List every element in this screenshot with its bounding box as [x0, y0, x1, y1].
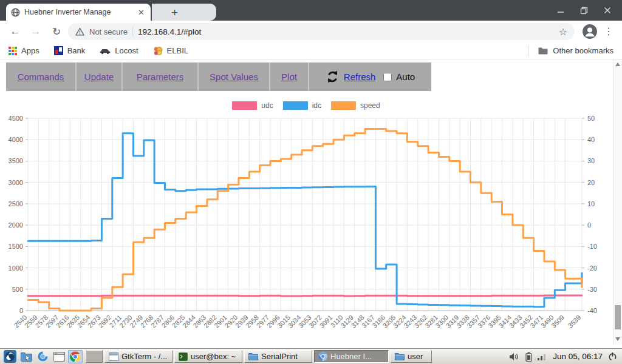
bookmark-locost[interactable]: Locost	[100, 46, 138, 55]
terminal-icon	[179, 352, 188, 361]
taskbar-window-user-bex[interactable]: user@bex: ~	[174, 350, 242, 363]
minimize-button[interactable]	[557, 7, 564, 14]
taskbar-window-label: GtkTerm - /...	[121, 352, 167, 361]
start-menu-icon[interactable]	[2, 350, 17, 363]
auto-checkbox[interactable]	[383, 73, 392, 81]
left-axis-tick-label: 2000	[9, 221, 23, 229]
legend-item-speed[interactable]: speed	[331, 101, 380, 110]
battery-icon[interactable]	[525, 352, 532, 362]
taskbar-window-label: SerialPrint	[261, 352, 298, 361]
taskbar-clock[interactable]: Jun 05, 06:17	[553, 352, 603, 361]
reload-button[interactable]: ↻	[49, 24, 64, 39]
terminal-icon	[179, 352, 188, 361]
new-tab-zone: +	[152, 4, 216, 21]
bookmark-label: ELBIL	[167, 46, 188, 55]
bookmark-bank[interactable]: Bank	[54, 46, 86, 55]
bookmark-star-icon[interactable]: ☆	[559, 26, 567, 38]
forward-button[interactable]: →	[28, 24, 44, 39]
page-scrollbar[interactable]	[613, 59, 622, 345]
left-axis-tick-label: 3500	[9, 157, 23, 164]
volume-icon[interactable]	[509, 352, 520, 361]
browser-swirl-launcher-icon[interactable]	[35, 350, 50, 363]
security-label[interactable]: Not secure	[89, 27, 128, 36]
nav-link[interactable]: Plot	[281, 72, 297, 82]
legend-swatch	[331, 101, 356, 110]
left-axis-tick-label: 0	[19, 307, 23, 314]
nav-item-plot[interactable]: Plot	[270, 62, 309, 91]
bookmarks-bar: AppsBankLocostELBIL Other bookmarks	[0, 42, 622, 59]
nav-item-spot-values[interactable]: Spot Values	[199, 62, 270, 91]
tab-close-icon[interactable]: ✕	[137, 8, 146, 17]
x-axis-tick-label: 3509	[550, 314, 566, 329]
left-axis-tick-label: 1000	[9, 265, 23, 272]
profile-avatar[interactable]	[582, 24, 598, 42]
bookmark-apps[interactable]: Apps	[9, 46, 39, 55]
legend-item-udc[interactable]: udc	[232, 101, 273, 110]
chart-legend: udcidcspeed	[0, 101, 612, 110]
other-bookmarks-label: Other bookmarks	[553, 46, 613, 55]
bookmark-elbil[interactable]: ELBIL	[153, 46, 188, 55]
tab-title: Huebner Inverter Manage	[24, 8, 132, 16]
legend-swatch	[232, 101, 257, 110]
back-button[interactable]: ←	[7, 24, 23, 39]
chromium-icon	[318, 352, 327, 361]
window-controls	[557, 0, 622, 21]
other-bookmarks[interactable]: Other bookmarks	[528, 45, 613, 57]
nav-link[interactable]: Commands	[18, 72, 64, 82]
bank-icon	[54, 46, 63, 55]
terminal-window-launcher-icon[interactable]	[52, 350, 66, 363]
address-bar[interactable]: Not secure 192.168.4.1/#plot ☆	[68, 23, 575, 40]
nav-link[interactable]: Update	[84, 72, 114, 82]
bookmark-label: Locost	[115, 46, 138, 55]
window-icon	[109, 352, 118, 361]
folder-icon	[395, 352, 405, 360]
right-axis-tick-label: 10	[587, 200, 595, 207]
browser-tab[interactable]: Huebner Inverter Manage ✕	[6, 4, 151, 21]
series-udc	[28, 295, 582, 296]
close-window-button[interactable]	[604, 7, 611, 14]
restore-button[interactable]	[580, 7, 588, 15]
right-axis-tick-label: -20	[587, 265, 597, 272]
taskbar-window-serialprint[interactable]: SerialPrint	[244, 350, 312, 363]
url-text[interactable]: 192.168.4.1/#plot	[138, 27, 554, 36]
nav-link[interactable]: Spot Values	[210, 72, 258, 82]
left-axis-tick-label: 2500	[9, 200, 23, 207]
legend-label: speed	[360, 101, 380, 110]
right-axis-tick-label: 50	[587, 115, 595, 122]
scrollbar-thumb[interactable]	[615, 305, 621, 329]
x-axis-tick-label: 3539	[567, 314, 583, 329]
right-axis-tick-label: 30	[587, 157, 595, 164]
legend-item-idc[interactable]: idc	[283, 101, 321, 110]
browser-toolbar: ← → ↻ Not secure 192.168.4.1/#plot ☆ ⋮	[0, 21, 622, 42]
nav-link[interactable]: Parameters	[137, 72, 184, 82]
scrollbar-down-icon[interactable]	[615, 337, 620, 341]
plot-chart: 050010001500200025003000350040004500-40-…	[0, 114, 612, 348]
refresh-icon[interactable]	[326, 70, 340, 84]
screen: Huebner Inverter Manage ✕ + ← → ↻ Not se…	[0, 0, 622, 364]
auto-label: Auto	[396, 72, 415, 82]
refresh-link[interactable]: Refresh	[344, 72, 376, 82]
taskbar-window-huebner-i[interactable]: Huebner I...	[314, 350, 389, 363]
taskbar-window-gtkterm[interactable]: GtkTerm - /...	[104, 350, 173, 363]
nav-item-update[interactable]: Update	[77, 62, 123, 91]
scrollbar-up-icon[interactable]	[615, 62, 620, 66]
network-signal-icon[interactable]	[538, 353, 547, 360]
folder-icon	[538, 47, 548, 55]
system-tray: Jun 05, 06:17	[509, 352, 620, 362]
nav-item-parameters[interactable]: Parameters	[123, 62, 199, 91]
window-icon	[109, 352, 118, 361]
new-tab-button[interactable]: +	[171, 7, 178, 18]
globe-favicon-icon	[11, 8, 20, 17]
nav-item-commands[interactable]: Commands	[6, 62, 77, 91]
taskbar-blank-button[interactable]	[86, 350, 103, 363]
power-icon[interactable]	[608, 352, 617, 361]
chromium-launcher-icon[interactable]	[68, 350, 83, 363]
left-axis-tick-label: 500	[12, 286, 23, 293]
file-manager-launcher-icon[interactable]	[19, 350, 33, 363]
taskbar-window-user[interactable]: user	[391, 350, 432, 363]
warning-icon	[75, 27, 84, 36]
nav-menu: CommandsUpdateParametersSpot ValuesPlot …	[6, 62, 431, 91]
browser-menu-icon[interactable]: ⋮	[604, 24, 613, 39]
series-idc	[28, 133, 582, 307]
right-axis-tick-label: 0	[587, 221, 591, 229]
